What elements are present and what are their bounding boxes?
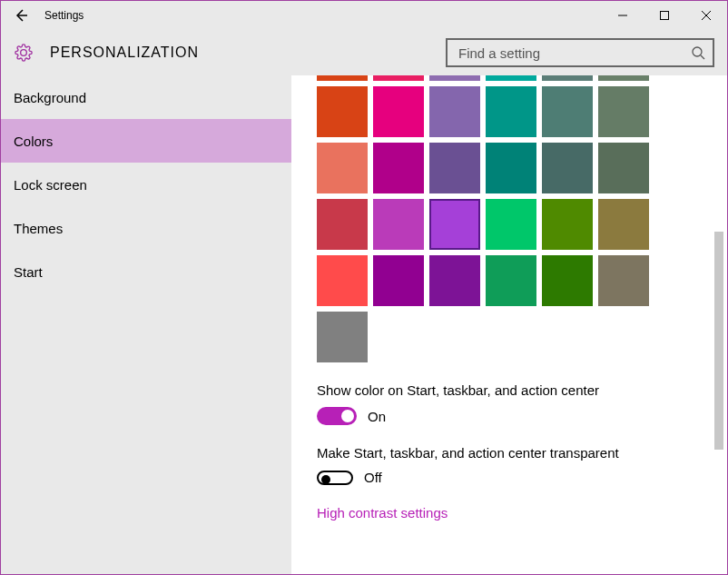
header: PERSONALIZATION bbox=[1, 30, 727, 75]
title-bar: Settings bbox=[1, 1, 727, 30]
window-title: Settings bbox=[44, 9, 84, 22]
close-icon bbox=[702, 11, 711, 20]
color-swatch[interactable] bbox=[598, 86, 649, 137]
sidebar-item-label: Themes bbox=[14, 221, 63, 236]
color-swatch[interactable] bbox=[317, 143, 368, 193]
color-swatch[interactable] bbox=[486, 86, 536, 137]
show-color-toggle[interactable] bbox=[317, 407, 357, 425]
show-color-value: On bbox=[368, 409, 386, 424]
close-button[interactable] bbox=[685, 2, 727, 29]
transparent-value: Off bbox=[364, 470, 382, 485]
color-swatch[interactable] bbox=[317, 199, 368, 250]
color-swatch[interactable] bbox=[429, 143, 480, 193]
sidebar-item-start[interactable]: Start bbox=[1, 250, 291, 293]
sidebar: Background Colors Lock screen Themes Sta… bbox=[1, 75, 291, 574]
color-swatch[interactable] bbox=[317, 312, 368, 362]
color-swatch[interactable] bbox=[598, 143, 649, 193]
color-swatch[interactable] bbox=[542, 75, 593, 81]
high-contrast-link[interactable]: High contrast settings bbox=[317, 505, 448, 520]
search-icon bbox=[691, 45, 705, 60]
color-swatch[interactable] bbox=[373, 199, 424, 250]
sidebar-item-label: Lock screen bbox=[14, 177, 87, 193]
color-swatch[interactable] bbox=[429, 255, 480, 306]
sidebar-item-label: Start bbox=[14, 264, 43, 280]
color-swatch[interactable] bbox=[429, 75, 480, 81]
minimize-icon bbox=[618, 11, 627, 20]
color-swatch[interactable] bbox=[598, 199, 649, 250]
color-swatch[interactable] bbox=[373, 255, 424, 306]
color-swatch[interactable] bbox=[429, 86, 480, 137]
sidebar-item-label: Background bbox=[14, 90, 86, 105]
scrollbar-vertical[interactable] bbox=[713, 77, 725, 572]
color-swatch[interactable] bbox=[317, 75, 368, 81]
gear-icon bbox=[14, 43, 34, 63]
color-swatch[interactable] bbox=[542, 86, 593, 137]
color-swatch[interactable] bbox=[486, 143, 536, 193]
sidebar-item-lock-screen[interactable]: Lock screen bbox=[1, 163, 291, 206]
color-swatch[interactable] bbox=[542, 199, 593, 250]
color-swatch-grid bbox=[317, 75, 713, 362]
maximize-button[interactable] bbox=[644, 2, 685, 29]
arrow-left-icon bbox=[13, 7, 29, 24]
color-swatch[interactable] bbox=[486, 255, 536, 306]
color-swatch[interactable] bbox=[598, 255, 649, 306]
transparent-toggle[interactable] bbox=[317, 471, 353, 485]
color-swatch[interactable] bbox=[373, 75, 424, 81]
color-swatch[interactable] bbox=[542, 255, 593, 306]
back-button[interactable] bbox=[8, 3, 34, 28]
search-input[interactable] bbox=[457, 45, 691, 62]
search-box[interactable] bbox=[446, 38, 714, 67]
color-swatch[interactable] bbox=[373, 143, 424, 193]
show-color-label: Show color on Start, taskbar, and action… bbox=[317, 382, 713, 398]
scrollbar-thumb[interactable] bbox=[714, 232, 723, 450]
category-title: PERSONALIZATION bbox=[50, 45, 199, 61]
svg-rect-0 bbox=[661, 12, 669, 20]
content-pane: Show color on Start, taskbar, and action… bbox=[291, 75, 727, 574]
color-swatch[interactable] bbox=[429, 199, 480, 250]
minimize-button[interactable] bbox=[602, 2, 644, 29]
window-controls bbox=[602, 2, 727, 29]
color-swatch[interactable] bbox=[486, 75, 536, 81]
sidebar-item-colors[interactable]: Colors bbox=[1, 119, 291, 163]
color-swatch[interactable] bbox=[373, 86, 424, 137]
color-swatch[interactable] bbox=[598, 75, 649, 81]
sidebar-item-background[interactable]: Background bbox=[1, 75, 291, 119]
transparent-label: Make Start, taskbar, and action center t… bbox=[317, 445, 713, 461]
color-swatch[interactable] bbox=[542, 143, 593, 193]
color-swatch[interactable] bbox=[486, 199, 536, 250]
sidebar-item-themes[interactable]: Themes bbox=[1, 206, 291, 250]
color-swatch[interactable] bbox=[317, 86, 368, 137]
svg-point-1 bbox=[693, 47, 702, 56]
maximize-icon bbox=[660, 11, 669, 20]
color-swatch[interactable] bbox=[317, 255, 368, 306]
sidebar-item-label: Colors bbox=[14, 134, 53, 149]
